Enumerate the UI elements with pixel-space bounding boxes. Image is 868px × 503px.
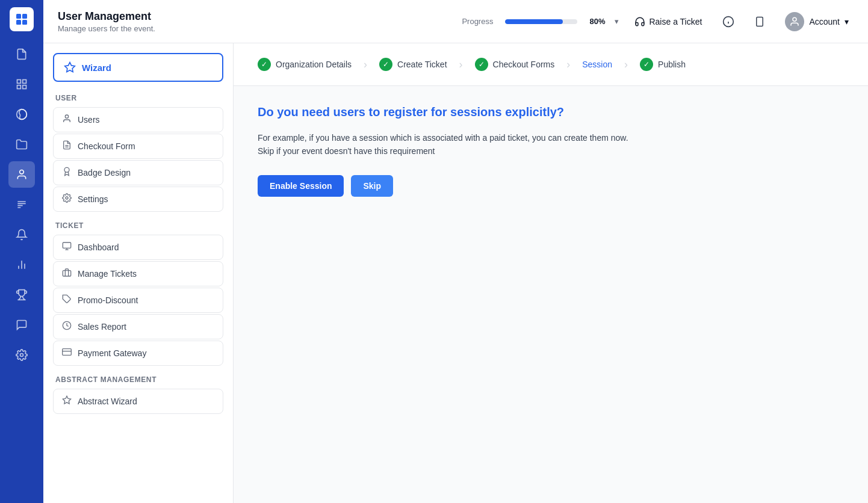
separator-2: ›	[459, 58, 463, 71]
step-create-ticket[interactable]: ✓ Create Ticket	[370, 53, 456, 76]
session-actions: Enable Session Skip	[258, 175, 844, 197]
step-ticket-label: Create Ticket	[397, 60, 447, 69]
svg-point-9	[20, 170, 24, 174]
settings-sidebar-icon	[62, 193, 72, 205]
svg-rect-29	[63, 271, 70, 276]
description-line1: For example, if you have a session which…	[258, 133, 628, 143]
sidebar-item-settings[interactable]: Settings	[53, 187, 223, 212]
svg-rect-17	[757, 17, 763, 26]
nav-palette-icon[interactable]	[8, 101, 35, 128]
headphones-icon	[634, 16, 645, 27]
nav-settings-icon[interactable]	[8, 342, 35, 368]
mobile-button[interactable]	[749, 11, 770, 32]
app-logo[interactable]	[10, 7, 34, 31]
progress-label: Progress	[462, 17, 493, 26]
nav-chat-icon[interactable]	[8, 312, 35, 338]
nav-report-icon[interactable]	[8, 191, 35, 218]
manage-tickets-icon	[62, 268, 72, 280]
dashboard-icon	[62, 241, 72, 253]
session-title: Do you need users to register for sessio…	[258, 105, 844, 119]
step-checkout-label: Checkout Forms	[493, 60, 555, 69]
user-section-label: User	[55, 94, 223, 102]
users-icon	[62, 114, 72, 126]
raise-ticket-button[interactable]: Raise a Ticket	[628, 13, 708, 31]
wizard-button[interactable]: Wizard	[53, 53, 223, 82]
dashboard-label: Dashboard	[78, 242, 119, 252]
info-icon	[722, 16, 734, 28]
sidebar-item-users[interactable]: Users	[53, 107, 223, 132]
account-button[interactable]: Account ▾	[780, 10, 854, 34]
nav-user-icon[interactable]	[8, 161, 35, 188]
sales-report-label: Sales Report	[78, 322, 126, 332]
svg-point-25	[66, 197, 68, 199]
page-title: User Management	[58, 10, 462, 23]
svg-rect-6	[17, 85, 21, 89]
info-button[interactable]	[718, 11, 739, 32]
checkout-form-label: Checkout Form	[78, 141, 135, 151]
header-title-block: User Management Manage users for the eve…	[58, 10, 462, 33]
step-org-label: Organization Details	[276, 60, 352, 69]
checkout-form-icon	[62, 140, 72, 152]
step-publish-label: Publish	[658, 60, 686, 69]
nav-bell-icon[interactable]	[8, 221, 35, 248]
skip-button[interactable]: Skip	[351, 175, 393, 197]
svg-rect-3	[22, 20, 27, 25]
sidebar: Wizard User Users Checkout Form	[43, 43, 234, 503]
step-check-publish: ✓	[640, 58, 653, 71]
wizard-icon	[64, 61, 76, 73]
sidebar-item-badge-design[interactable]: Badge Design	[53, 160, 223, 185]
abstract-section-label: Abstract Management	[55, 375, 223, 384]
icon-nav	[0, 0, 43, 503]
sidebar-item-payment-gateway[interactable]: Payment Gateway	[53, 341, 223, 366]
payment-gateway-label: Payment Gateway	[78, 348, 146, 358]
progress-bar	[505, 19, 577, 24]
abstract-wizard-label: Abstract Wizard	[78, 397, 137, 406]
top-header: User Management Manage users for the eve…	[43, 0, 868, 43]
progress-dropdown[interactable]: ▾	[615, 17, 619, 26]
separator-1: ›	[364, 58, 367, 71]
progress-percent: 80%	[589, 17, 605, 26]
step-check-ticket: ✓	[379, 58, 392, 71]
sidebar-item-manage-tickets[interactable]: Manage Tickets	[53, 261, 223, 286]
mobile-icon	[754, 16, 765, 27]
sidebar-item-promo-discount[interactable]: Promo-Discount	[53, 288, 223, 313]
ticket-section-label: Ticket	[55, 221, 223, 230]
svg-rect-1	[22, 14, 27, 19]
svg-rect-26	[63, 242, 70, 248]
nav-folder-icon[interactable]	[8, 131, 35, 158]
step-session[interactable]: Session	[572, 55, 622, 74]
wizard-steps: ✓ Organization Details › ✓ Create Ticket…	[234, 43, 868, 86]
step-checkout-forms[interactable]: ✓ Checkout Forms	[465, 53, 565, 76]
sidebar-item-sales-report[interactable]: Sales Report	[53, 314, 223, 339]
badge-design-label: Badge Design	[78, 168, 131, 177]
settings-label: Settings	[78, 194, 108, 204]
step-organization-details[interactable]: ✓ Organization Details	[248, 53, 361, 76]
step-session-label: Session	[582, 60, 612, 69]
sidebar-item-dashboard[interactable]: Dashboard	[53, 235, 223, 260]
main-content: ✓ Organization Details › ✓ Create Ticket…	[234, 43, 868, 503]
svg-point-13	[20, 354, 23, 357]
nav-trophy-icon[interactable]	[8, 282, 35, 308]
svg-rect-4	[17, 80, 21, 84]
svg-point-21	[65, 115, 68, 118]
separator-4: ›	[624, 58, 628, 71]
account-dropdown-icon: ▾	[845, 17, 849, 26]
step-check-org: ✓	[258, 58, 271, 71]
header-right: Progress 80% ▾ Raise a Ticket Account	[462, 10, 854, 34]
sidebar-item-checkout-form[interactable]: Checkout Form	[53, 134, 223, 159]
svg-rect-5	[23, 80, 26, 84]
session-description: For example, if you have a session which…	[258, 131, 844, 158]
payment-gateway-icon	[62, 347, 72, 359]
abstract-wizard-icon	[62, 395, 72, 407]
nav-grid-icon[interactable]	[8, 71, 35, 97]
enable-session-button[interactable]: Enable Session	[258, 175, 344, 197]
sidebar-item-abstract-wizard[interactable]: Abstract Wizard	[53, 389, 223, 414]
svg-point-24	[64, 167, 69, 172]
badge-design-icon	[62, 167, 72, 179]
svg-marker-20	[65, 63, 75, 72]
nav-chart-icon[interactable]	[8, 252, 35, 278]
sales-report-icon	[62, 321, 72, 333]
svg-point-19	[793, 17, 796, 21]
step-publish[interactable]: ✓ Publish	[630, 53, 695, 76]
nav-file-icon[interactable]	[8, 41, 35, 67]
